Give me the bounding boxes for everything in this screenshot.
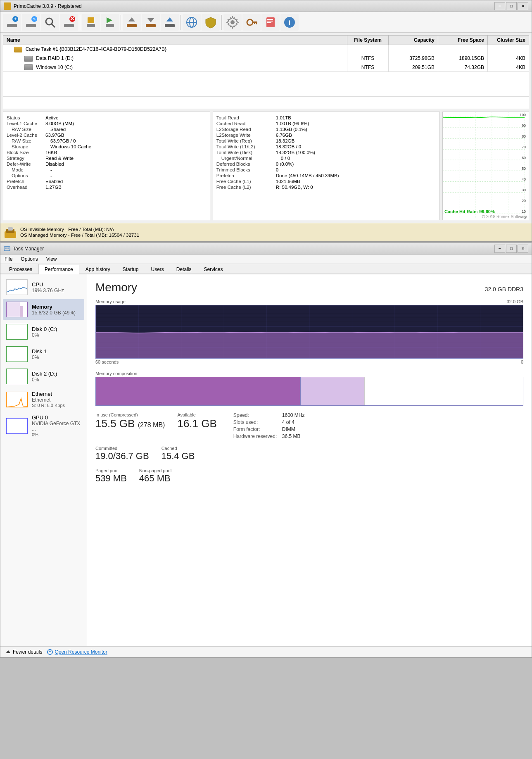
- comp-free: [365, 377, 523, 405]
- maximize-button[interactable]: □: [506, 2, 517, 10]
- svg-rect-19: [165, 24, 175, 27]
- available-stat: Available 16.1 GB: [177, 412, 216, 430]
- col-cluster: Cluster Size: [488, 36, 529, 45]
- start-button[interactable]: [101, 14, 119, 31]
- drive2-capacity: 209.51GB: [389, 63, 438, 72]
- nonpaged-value: 465 MB: [139, 473, 171, 484]
- footer-line2: OS Managed Memory - Free / Total (MB): 1…: [20, 233, 139, 238]
- sidebar-item-disk0[interactable]: Disk 0 (C:) 0%: [3, 321, 84, 342]
- fewer-details-button[interactable]: Fewer details: [5, 649, 42, 655]
- close-button[interactable]: ✕: [518, 2, 528, 10]
- edit-task-button[interactable]: ✎: [22, 14, 40, 31]
- menu-file[interactable]: File: [3, 255, 14, 263]
- empty-row-1: [3, 72, 529, 84]
- book-button[interactable]: [261, 14, 280, 31]
- sidebar-item-cpu[interactable]: CPU 19% 3.76 GHz: [3, 277, 84, 297]
- hit-rate-label: Cache Hit Rate: 99.60%: [444, 209, 495, 214]
- time-label: 60 seconds: [95, 359, 119, 364]
- gpu-info: GPU 0 NVIDIA GeForce GTX ... 0%: [32, 414, 81, 437]
- shield-button[interactable]: [202, 14, 220, 31]
- available-label: Available: [177, 412, 216, 417]
- twl1l2-value: 18.32GB / 0: [276, 144, 301, 149]
- minimize-button[interactable]: −: [494, 2, 505, 10]
- svg-line-7: [52, 24, 55, 27]
- form-label: Form factor:: [233, 426, 279, 432]
- view-button[interactable]: [41, 14, 59, 31]
- sidebar-item-memory[interactable]: Memory 15.8/32.0 GB (49%): [3, 299, 84, 320]
- drive1-row[interactable]: Data RAID 1 (D:) NTFS 3725.98GB 1890.15G…: [3, 54, 529, 63]
- freecachel1-value: 1021.66MB: [276, 179, 300, 184]
- tm-maximize-button[interactable]: □: [506, 245, 517, 253]
- export-button[interactable]: [142, 14, 160, 31]
- usage-max: 32.0 GB: [507, 299, 523, 304]
- task-cluster: [488, 45, 529, 54]
- empty-row-3: [3, 97, 529, 109]
- import-button[interactable]: [123, 14, 141, 31]
- sidebar-item-ethernet[interactable]: Ethernet Ethernet S: 0 R: 8.0 Kbps: [3, 388, 84, 410]
- flush-button[interactable]: [161, 14, 179, 31]
- rw2-label: R/W Size: [12, 138, 49, 143]
- prefetch-label: Prefetch: [7, 179, 44, 184]
- svg-point-6: [46, 18, 52, 25]
- tab-services[interactable]: Services: [198, 264, 229, 274]
- paged-label: Paged pool: [95, 468, 127, 473]
- bottom-stats: Committed 19.0/36.7 GB Cached 15.4 GB: [95, 446, 523, 462]
- memory-name: Memory: [32, 304, 76, 310]
- svg-text:+: +: [14, 16, 17, 22]
- ethernet-name: Ethernet: [32, 391, 65, 397]
- settings-button[interactable]: [223, 14, 242, 31]
- blocksize-label: Block Size: [7, 150, 44, 155]
- cachedread-value: 1.00TB (99.6%): [276, 121, 309, 126]
- titlebar-left: PrimoCache 3.0.9 - Registered: [4, 2, 82, 10]
- drive2-row[interactable]: Windows 10 (C:) NTFS 209.51GB 74.32GB 4K…: [3, 63, 529, 72]
- sidebar-item-disk1[interactable]: Disk 1 0%: [3, 344, 84, 364]
- memory-stats-container: In use (Compressed) 15.5 GB (278 MB) Ava…: [95, 412, 523, 439]
- expand-icon[interactable]: ⋯: [7, 47, 11, 52]
- tab-users[interactable]: Users: [145, 264, 170, 274]
- disk1-value: 0%: [32, 355, 47, 360]
- open-resource-monitor-button[interactable]: Open Resource Monitor: [47, 649, 107, 655]
- memory-type: 32.0 GB DDR3: [485, 286, 523, 293]
- tm-minimize-button[interactable]: −: [494, 245, 505, 253]
- left-stats: In use (Compressed) 15.5 GB (278 MB) Ava…: [95, 412, 217, 430]
- hw-reserved-label: Hardware reserved:: [233, 433, 279, 439]
- add-task-button[interactable]: +: [3, 14, 21, 31]
- prefetch-value: Enabled: [45, 179, 63, 184]
- svg-rect-73: [7, 369, 28, 384]
- license-button[interactable]: [242, 14, 261, 31]
- in-use-label: In use (Compressed): [95, 412, 165, 417]
- network-button[interactable]: [183, 14, 201, 31]
- available-value: 16.1 GB: [177, 417, 216, 430]
- tab-details[interactable]: Details: [170, 264, 198, 274]
- l1-value: 8.00GB (MM): [45, 121, 74, 126]
- tab-processes[interactable]: Processes: [3, 264, 38, 274]
- svg-rect-30: [267, 19, 273, 20]
- svg-text:100: 100: [520, 113, 526, 117]
- tm-close-button[interactable]: ✕: [518, 245, 528, 253]
- sidebar-item-disk2[interactable]: Disk 2 (D:) 0%: [3, 366, 84, 387]
- stop-button[interactable]: [82, 14, 100, 31]
- tab-performance[interactable]: Performance: [38, 264, 79, 274]
- menu-options[interactable]: Options: [19, 255, 39, 263]
- sidebar-item-gpu[interactable]: GPU 0 NVIDIA GeForce GTX ... 0%: [3, 412, 84, 440]
- col-name: Name: [3, 36, 347, 45]
- cache-chart-panel: 100 90 80 70 60 50 40 30: [442, 112, 529, 220]
- tab-startup[interactable]: Startup: [116, 264, 145, 274]
- ethernet-value: Ethernet: [32, 397, 65, 403]
- cache-task-row[interactable]: ⋯ Cache Task #1 {B03B12E4-7C16-4CA9-BD79…: [3, 45, 529, 54]
- freecachel1-label: Free Cache (L1): [216, 179, 274, 184]
- svg-point-24: [230, 20, 235, 24]
- defer-value: Disabled: [45, 162, 64, 167]
- svg-point-94: [50, 651, 51, 652]
- options-value: -: [50, 173, 52, 178]
- tab-apphistory[interactable]: App history: [79, 264, 116, 274]
- rw-value: Shared: [50, 127, 66, 132]
- svg-marker-16: [128, 17, 135, 21]
- disk2-info: Disk 2 (D:) 0%: [32, 371, 57, 383]
- svg-text:i: i: [289, 19, 290, 26]
- menu-view[interactable]: View: [45, 255, 59, 263]
- disk1-name: Disk 1: [32, 348, 47, 355]
- svg-rect-71: [7, 324, 28, 340]
- delete-task-button[interactable]: ✕: [60, 14, 78, 31]
- info-button[interactable]: i: [280, 14, 299, 31]
